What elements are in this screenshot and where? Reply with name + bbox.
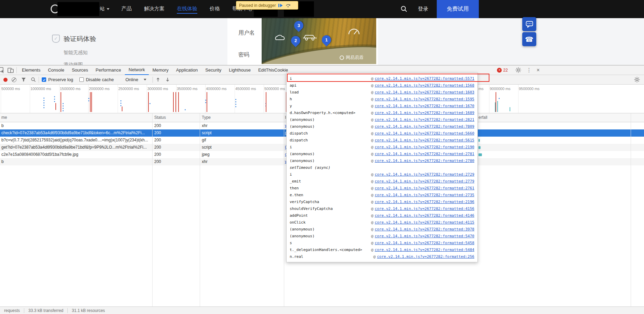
stack-frame-link[interactable]: core.v2.14.1.min.js?v=2677282:formatted:… [375,248,474,252]
timeline-activity-mark [88,100,89,101]
column-header-status[interactable]: Status [154,113,166,122]
column-header-type[interactable]: Type [202,113,211,122]
stack-frame-link[interactable]: core.v2.14.1.min.js?v=2677282:formatted:… [375,83,474,88]
record-network-log-button[interactable] [3,78,8,82]
column-divider[interactable] [200,113,200,306]
settings-gear-icon[interactable] [515,67,522,73]
preserve-log-label[interactable]: Preserve log [48,77,73,82]
tab-application[interactable]: Application [172,65,202,75]
timeline-activity-mark [178,92,179,112]
stack-frame-row: dispatch@core.v2.14.1.min.js?v=2677282:f… [287,137,477,143]
column-divider[interactable] [284,113,284,306]
captcha-mode-item[interactable]: 智能无感知 [64,50,88,56]
stack-frame-link[interactable]: core.v2.14.1.min.js?v=2677282:formatted:… [375,124,474,129]
close-devtools-icon[interactable]: × [537,65,540,75]
captcha-pin-1[interactable]: 1 [320,33,333,46]
tab-network[interactable]: Network [125,65,149,75]
stack-frame-link[interactable]: core.v2.14.1.min.js?v=2677282:formatted:… [375,206,474,211]
device-toolbar-icon[interactable] [8,67,14,73]
nav-item[interactable]: 解决方案 [144,5,165,14]
stack-frame-link[interactable]: core.v2.14.1.min.js?v=2677282:formatted:… [375,138,474,142]
stack-frame-link[interactable]: core.v2.14.1.min.js?v=2677282:formatted:… [375,97,474,101]
stack-frame-location: @core.v2.14.1.min.js?v=2677282:formatted… [371,220,474,225]
column-header-waterfall[interactable]: erfall [478,113,487,122]
search-network-icon[interactable] [31,77,36,82]
stack-frame-link[interactable]: core.v2.14.1.min.js?v=2677282:formatted:… [375,172,474,177]
free-trial-button[interactable]: 免费试用 [437,0,479,18]
import-har-icon[interactable] [156,77,160,82]
nav-item[interactable]: 在线体验 [177,5,197,14]
stack-frame-link[interactable]: core.v2.14.1.min.js?v=2677282:formatted:… [375,193,474,197]
at-symbol: @ [371,145,373,149]
stack-frame-link[interactable]: core.v2.14.1.min.js?v=2677282:formatted:… [375,234,474,238]
stack-frame-link[interactable]: core.v2.14.1.min.js?v=2677282:formatted:… [375,213,474,218]
stack-frame-function: onClick [290,220,305,225]
nav-item[interactable]: 产品 [121,5,132,14]
column-header-name[interactable]: me [1,113,7,122]
stack-frame-link[interactable]: core.v2.14.1.min.js?v=2677282:formatted:… [375,152,474,156]
inspect-element-icon[interactable] [0,67,5,73]
export-har-icon[interactable] [165,77,170,82]
at-symbol: @ [371,200,373,204]
phone-widget-button[interactable]: ☎ [522,32,536,46]
at-symbol: @ [373,254,376,259]
stack-frame-link[interactable]: core.v2.14.1.min.js?v=2677282:formatted:… [375,117,474,122]
timeline-activity-mark [497,101,498,112]
more-options-icon[interactable]: ⋮ [526,65,532,75]
stack-frame-row: i@core.v2.14.1.min.js?v=2677282:formatte… [287,143,477,150]
tab-lighthouse[interactable]: Lighthouse [225,65,254,75]
site-switcher[interactable]: 站 [100,6,109,12]
stack-frame-link[interactable]: core.v2.14.1.min.js?v=2677282:formatted:… [375,186,474,190]
request-status: 200 [154,137,161,144]
step-over-icon[interactable] [286,3,291,8]
nav-item[interactable]: 价格 [210,5,220,14]
at-symbol: @ [371,90,373,95]
stack-frame-link[interactable]: core.v2.14.1.min.js?v=2677282:formatted:… [375,200,474,204]
stack-frame-row: verifyCaptcha@core.v2.14.1.min.js?v=2677… [287,198,477,205]
preserve-log-checkbox[interactable] [42,77,46,82]
tab-security[interactable]: Security [201,65,225,75]
stack-frame-location: @core.v2.14.1.min.js?v=2677282:formatted… [371,179,474,184]
paused-in-debugger-banner: Paused in debugger [236,1,298,10]
tab-performance[interactable]: Performance [92,65,125,75]
tab-memory[interactable]: Memory [149,65,172,75]
disable-cache-checkbox[interactable] [79,77,84,82]
captcha-pin-3[interactable]: 3 [292,19,305,32]
stack-frame-location: @core.v2.14.1.min.js?v=2677282:formatted… [371,145,474,149]
tab-console[interactable]: Console [44,65,68,75]
stack-frame-link[interactable]: core.v2.14.1.min.js?v=2677282:formatted:… [375,76,474,81]
stack-frame-link[interactable]: core.v2.14.1.min.js?v=2677282:formatted:… [375,104,474,108]
login-link[interactable]: 登录 [418,6,428,12]
stack-frame-link[interactable]: core.v2.14.1.min.js?v=2677282:formatted:… [375,145,474,149]
captcha-pin-2[interactable]: 2 [289,34,302,47]
captcha-mode-item-clipped[interactable]: 滑动拼图 [64,62,83,65]
stack-frame-link[interactable]: core.v2.14.1.min.js?v=2677282:formatted:… [375,131,474,136]
stack-frame-row: t._delegationHandlers.<computed>@core.v2… [287,246,477,253]
chat-widget-button[interactable] [522,17,536,31]
tab-sources[interactable]: Sources [68,65,92,75]
throttling-dropdown[interactable]: Online [126,77,147,82]
stack-frame-link[interactable]: core.v2.14.1.min.js?v=2677282:formatted:… [375,159,474,163]
stack-frame-link[interactable]: core.v2.14.1.min.js?v=2677282:formatted:… [375,220,474,225]
search-icon[interactable] [400,5,408,13]
filter-funnel-icon[interactable] [21,77,26,82]
stack-frame-link[interactable]: core.v2.14.1.min.js?v=2677282:formatted:… [375,90,474,95]
stack-frame-link[interactable]: core.v2.14.1.min.js?v=2677282:formatted:… [375,227,474,231]
stack-frame-location: @core.v2.14.1.min.js?v=2677282:formatted… [371,104,474,108]
stack-frame-link[interactable]: core.v2.14.1.min.js?v=2677282:formatted:… [375,179,474,184]
timeline-gridline [88,85,89,113]
clear-network-log-icon[interactable] [12,77,16,82]
column-divider[interactable] [152,113,153,306]
disable-cache-label[interactable]: Disable cache [86,77,114,82]
stack-frame-link[interactable]: core.v2.14.1.min.js?v=2677282:formatted:… [377,254,474,259]
stack-frame-link[interactable]: core.v2.14.1.min.js?v=2677282:formatted:… [375,111,474,115]
captcha-image[interactable]: 321 网易易盾 [262,18,376,64]
network-settings-gear-icon[interactable] [634,77,640,83]
resume-script-icon[interactable] [278,3,283,8]
timeline-activity-mark [173,92,174,112]
tab-elements[interactable]: Elements [18,65,44,75]
timeline-gridline [176,85,176,113]
stack-frame-link[interactable]: core.v2.14.1.min.js?v=2677282:formatted:… [375,241,474,245]
column-divider[interactable] [631,113,631,306]
error-count-badge[interactable]: × 22 [497,68,508,73]
